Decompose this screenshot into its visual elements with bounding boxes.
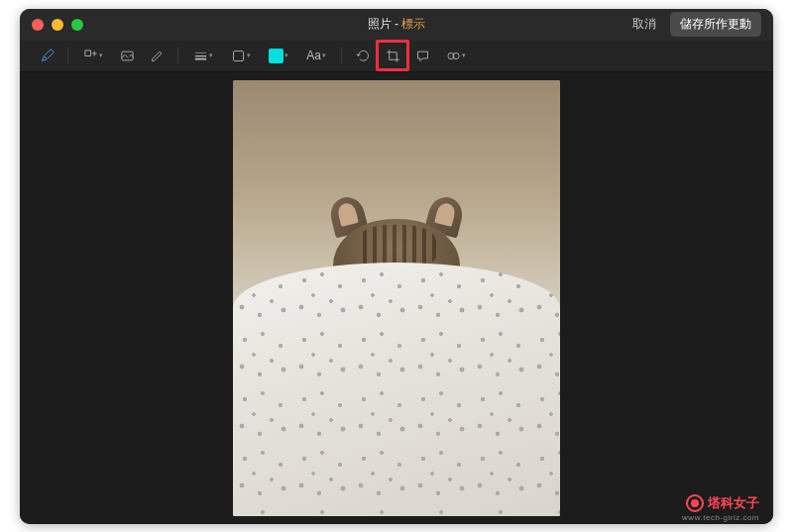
chevron-down-icon: ▾: [462, 52, 466, 59]
rotate-tool[interactable]: [350, 44, 376, 67]
svg-rect-1: [234, 51, 244, 60]
cancel-button[interactable]: 取消: [624, 13, 664, 36]
app-window: 照片 - 標示 取消 儲存所作更動 ▾ ▾ ▾ ▾ Aa▾: [20, 9, 773, 524]
rotate-icon: [356, 49, 371, 63]
border-style-tool[interactable]: ▾: [224, 44, 258, 67]
crop-tool[interactable]: [380, 44, 405, 67]
line-style-tool[interactable]: ▾: [186, 44, 220, 67]
markup-toolbar: ▾ ▾ ▾ ▾ Aa▾ ▾: [20, 41, 773, 72]
image-canvas[interactable]: 塔科女子 www.tech-girlz.com: [20, 72, 773, 524]
watermark-url: www.tech-girlz.com: [682, 513, 759, 522]
border-icon: [231, 49, 246, 63]
mode-label: 標示: [401, 17, 425, 31]
window-title: 照片 - 標示: [368, 16, 426, 33]
save-button[interactable]: 儲存所作更動: [670, 12, 761, 37]
separator: [341, 48, 342, 63]
minimize-window-button[interactable]: [52, 19, 63, 31]
speech-bubble-icon: [415, 49, 430, 63]
watermark-text: 塔科女子: [708, 494, 759, 512]
insert-image-tool[interactable]: [114, 44, 140, 67]
chevron-down-icon: ▾: [284, 52, 288, 59]
titlebar: 照片 - 標示 取消 儲存所作更動: [20, 9, 773, 41]
color-swatch-icon: [269, 49, 283, 63]
title-actions: 取消 儲存所作更動: [624, 12, 761, 37]
pencil-icon: [150, 49, 165, 63]
marker-icon: [40, 49, 55, 63]
chevron-down-icon: ▾: [247, 52, 251, 59]
separator: [177, 48, 178, 63]
line-weight-icon: [193, 49, 208, 63]
fill-color-tool[interactable]: ▾: [262, 44, 295, 67]
shapes-tool[interactable]: ▾: [76, 44, 110, 67]
photo-blanket: [233, 263, 560, 515]
annotate-tool[interactable]: [409, 44, 435, 67]
chevron-down-icon: ▾: [322, 52, 326, 59]
traffic-lights: [32, 19, 83, 31]
image-insert-icon: [120, 49, 135, 63]
marker-tool[interactable]: [34, 44, 59, 67]
app-name-label: 照片: [368, 17, 392, 31]
close-window-button[interactable]: [32, 19, 44, 31]
fullscreen-window-button[interactable]: [71, 19, 83, 31]
chevron-down-icon: ▾: [209, 52, 213, 59]
watermark: 塔科女子: [686, 494, 759, 512]
chevron-down-icon: ▾: [99, 52, 103, 59]
crop-icon: [386, 49, 400, 63]
shapes-icon: [83, 49, 98, 63]
adjust-icon: [446, 49, 461, 63]
watermark-logo-icon: [686, 494, 704, 512]
adjust-tool[interactable]: ▾: [439, 44, 473, 67]
draw-tool[interactable]: [144, 44, 170, 67]
text-style-tool[interactable]: Aa▾: [299, 44, 333, 67]
separator: [67, 48, 68, 63]
text-label: Aa: [306, 49, 321, 62]
photo-content: [233, 80, 560, 516]
